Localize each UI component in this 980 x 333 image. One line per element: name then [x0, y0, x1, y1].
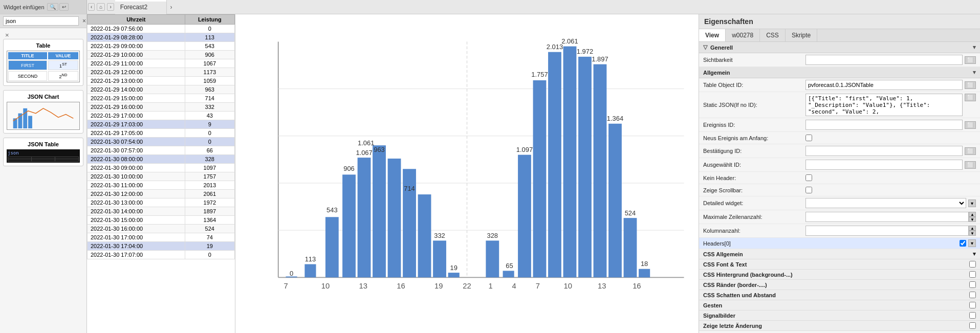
css-group-7[interactable]: Zeige letzte Änderung	[699, 321, 980, 331]
kolumn-spin-btns: ▲ ▼	[969, 226, 976, 236]
css-group-5[interactable]: Gesten	[699, 300, 980, 310]
table-object-id-input[interactable]	[805, 80, 963, 90]
bestaetigung-id-btn[interactable]: ⬜	[965, 147, 976, 155]
allgemein-section-header[interactable]: Allgemein ▾	[699, 67, 980, 78]
zeige-scrollbar-checkbox[interactable]	[805, 187, 812, 193]
css-group-checkbox-6[interactable]	[969, 312, 976, 319]
cell-time: 2022-01-29 12:00:00	[88, 68, 185, 77]
kolumn-down[interactable]: ▼	[969, 231, 976, 236]
kolumn-input[interactable]	[805, 226, 969, 236]
css-group-checkbox-7[interactable]	[969, 322, 976, 329]
ereigniss-id-input[interactable]	[805, 120, 963, 130]
tab-forecast2[interactable]: Forecast2	[115, 2, 167, 13]
table-row: 2022-01-29 08:28:00113	[88, 33, 235, 42]
sichtbarkeit-btn[interactable]: ⬜	[965, 56, 976, 64]
kolumn-up[interactable]: ▲	[969, 226, 976, 231]
detailed-widget-collapse-btn[interactable]: ▾	[968, 199, 976, 207]
cell-time: 2022-01-30 17:00:00	[88, 233, 185, 242]
search-icon-btn[interactable]: 🔍	[47, 3, 58, 11]
headers0-btn[interactable]: ▾	[968, 239, 976, 247]
ausgewaehlt-id-input[interactable]	[805, 160, 963, 170]
cell-value: 1757	[185, 172, 234, 181]
css-group-3[interactable]: CSS Ränder (border-....)	[699, 280, 980, 290]
css-group-label-6: Signalbilder	[703, 313, 735, 319]
ausgewaehlt-id-btn[interactable]: ⬜	[965, 161, 976, 169]
svg-rect-30	[608, 124, 622, 278]
panel-close-btn[interactable]: ×	[3, 31, 11, 39]
svg-text:1.097: 1.097	[516, 146, 533, 153]
svg-text:10: 10	[564, 282, 572, 290]
detailed-widget-label: Detailed widget:	[703, 200, 805, 206]
max-rows-input[interactable]	[805, 212, 969, 222]
max-rows-up[interactable]: ▲	[969, 212, 976, 217]
table-object-id-label: Table Object ID:	[703, 82, 805, 88]
detailed-widget-select[interactable]	[805, 198, 966, 208]
props-body[interactable]: ▽ Generell ▾ Sichtbarkeit ⬜ Allgemein ▾ …	[699, 42, 980, 333]
css-group-checkbox-5[interactable]	[969, 302, 976, 308]
css-group-6[interactable]: Signalbilder	[699, 310, 980, 321]
widget-search-close[interactable]: ×	[81, 17, 87, 25]
svg-rect-28	[578, 57, 592, 277]
table-row: 2022-01-29 16:00:00332	[88, 103, 235, 112]
cell-value: 1972	[185, 198, 234, 207]
svg-rect-23	[503, 271, 514, 277]
cell-time: 2022-01-30 17:04:00	[88, 242, 185, 251]
svg-rect-32	[639, 269, 650, 278]
headers0-checkbox[interactable]	[960, 240, 966, 247]
static-json-textarea[interactable]: [{"Title": "first", "Value": 1, "_Descri…	[805, 94, 963, 116]
css-group-label-7: Zeige letzte Änderung	[703, 323, 762, 329]
svg-rect-31	[624, 218, 637, 277]
css-group-checkbox-3[interactable]	[969, 281, 976, 288]
tab-overflow-btn[interactable]: ›	[167, 2, 175, 13]
table-row: 2022-01-30 08:00:00328	[88, 155, 235, 164]
table-row: 2022-01-29 11:00:001067	[88, 59, 235, 68]
props-tab-css[interactable]: CSS	[760, 29, 786, 41]
nav-forward-btn[interactable]: ›	[107, 3, 114, 11]
json-table-widget-card[interactable]: JSON Table json	[3, 138, 83, 166]
widget-search-input[interactable]: json	[3, 16, 79, 26]
back-icon-btn[interactable]: ↩	[59, 3, 69, 11]
json-chart-widget-card[interactable]: JSON Chart	[3, 90, 83, 134]
generell-section-header[interactable]: ▽ Generell ▾	[699, 42, 980, 53]
col-header-uhrzeit: Uhrzeit	[88, 15, 185, 25]
css-group-checkbox-2[interactable]	[969, 271, 976, 278]
cell-value: 1059	[185, 77, 234, 85]
bestaetigung-id-input[interactable]	[805, 146, 963, 156]
svg-rect-16	[373, 145, 386, 277]
tab-bar: Widget einfügen 🔍 ↩ ‹ ⌂ › AllergienAusse…	[0, 0, 980, 14]
ereigniss-id-btn[interactable]: ⬜	[965, 121, 976, 129]
props-tab-view[interactable]: View	[699, 29, 726, 41]
table-row: 2022-01-30 10:00:001757	[88, 172, 235, 181]
max-rows-spin: ▲ ▼	[805, 212, 976, 222]
props-tab-w00278[interactable]: w00278	[726, 29, 760, 41]
svg-rect-21	[448, 273, 460, 277]
home-btn[interactable]: ⌂	[97, 3, 105, 11]
props-tab-skripte[interactable]: Skripte	[786, 29, 817, 41]
svg-text:1.897: 1.897	[592, 55, 608, 63]
table-row: 2022-01-30 15:00:001364	[88, 216, 235, 225]
css-group-1[interactable]: CSS Font & Text	[699, 259, 980, 270]
neus-ereignis-checkbox[interactable]	[805, 135, 812, 141]
svg-rect-2	[23, 108, 27, 128]
table-row: 2022-01-29 17:00:0043	[88, 112, 235, 120]
css-group-4[interactable]: CSS Schatten und Abstand	[699, 290, 980, 300]
sichtbarkeit-input[interactable]	[805, 55, 963, 65]
cell-value: 0	[185, 138, 234, 146]
svg-rect-12	[304, 264, 316, 278]
cell-value: 524	[185, 225, 234, 233]
table-object-id-btn[interactable]: ⬜	[965, 81, 976, 89]
max-rows-down[interactable]: ▼	[969, 217, 976, 222]
table-widget-card[interactable]: Table TITLEVALUE FIRST1ST SECOND2ND	[3, 39, 83, 86]
css-group-checkbox-1[interactable]	[969, 261, 976, 268]
kolumn-row: Kolumnanzahl: ▲ ▼	[699, 224, 980, 238]
cell-time: 2022-01-30 16:00:00	[88, 225, 185, 233]
css-group-2[interactable]: CSS Hintergrund (background-...)	[699, 270, 980, 280]
cell-value: 906	[185, 51, 234, 59]
nav-back-btn[interactable]: ‹	[88, 3, 95, 11]
static-json-btn[interactable]: ⬜	[965, 94, 976, 101]
css-group-checkbox-4[interactable]	[969, 292, 976, 298]
kein-header-checkbox[interactable]	[805, 174, 812, 181]
data-table-wrap[interactable]: Uhrzeit Leistung 2022-01-29 07:56:000202…	[87, 14, 235, 333]
table-row: 2022-01-30 12:00:002061	[88, 190, 235, 198]
css-group-0[interactable]: CSS Allgemein▾	[699, 249, 980, 259]
